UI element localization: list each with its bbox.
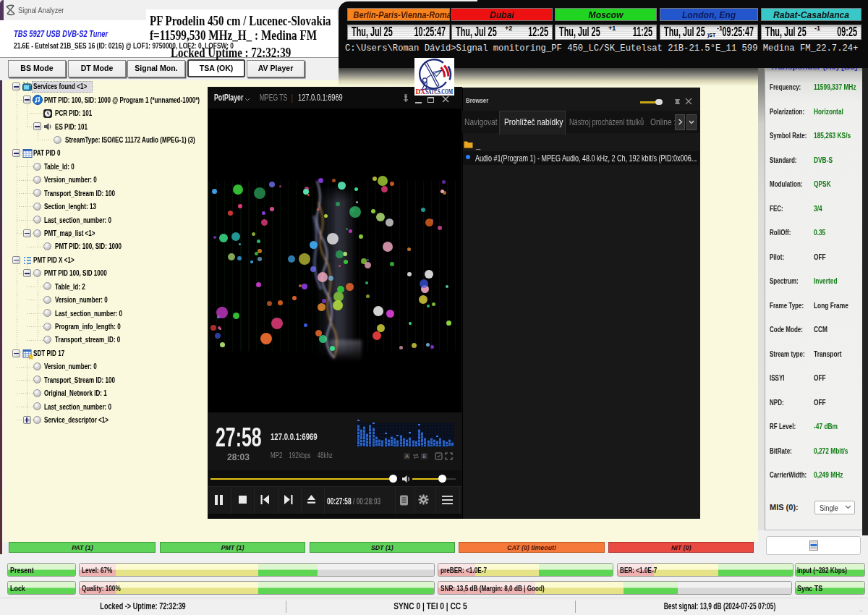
svg-text:DX: DX [416,88,426,96]
svg-text:SATCS.COM: SATCS.COM [425,88,453,96]
